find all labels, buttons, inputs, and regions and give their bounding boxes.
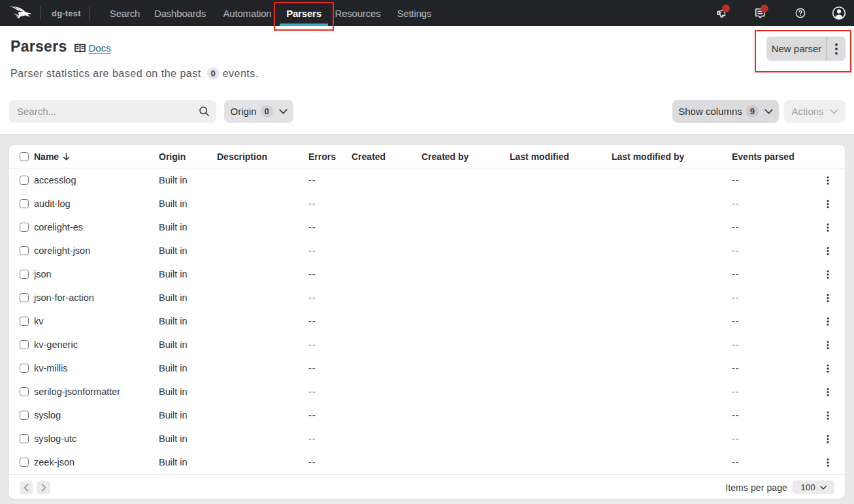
row-checkbox[interactable]	[20, 270, 29, 279]
checkbox-cell	[20, 152, 34, 161]
nav-tab-settings[interactable]: Settings	[389, 0, 439, 26]
cell-errors: --	[308, 457, 352, 467]
column-header-last-modified[interactable]: Last modified	[510, 151, 612, 162]
nav-tab-label: Resources	[335, 8, 381, 19]
row-menu-icon[interactable]	[819, 242, 837, 260]
cell-name: corelight-es	[34, 222, 159, 232]
checkbox-cell	[20, 270, 34, 279]
cell-errors: --	[308, 245, 352, 256]
page-header: Parsers Docs	[10, 38, 111, 55]
help-icon[interactable]	[793, 5, 808, 21]
page-size-select[interactable]: 100	[793, 480, 834, 494]
navbar-divider	[90, 6, 90, 20]
table-row[interactable]: syslog-utc Built in -- --	[9, 427, 845, 450]
actions-button[interactable]: Actions	[784, 100, 846, 123]
row-checkbox[interactable]	[20, 246, 29, 255]
row-menu-icon[interactable]	[819, 383, 837, 401]
row-menu-icon[interactable]	[819, 453, 837, 471]
table-row[interactable]: json Built in -- --	[9, 262, 845, 286]
actions-label: Actions	[791, 106, 823, 117]
search-input[interactable]	[9, 106, 199, 117]
checkbox-cell	[20, 387, 34, 396]
row-menu-icon[interactable]	[819, 430, 837, 448]
crowdstrike-falcon-logo-icon[interactable]	[9, 6, 31, 21]
checkbox-cell	[20, 293, 34, 302]
docs-link[interactable]: Docs	[89, 42, 111, 54]
chevron-down-icon	[820, 486, 827, 490]
column-header-description[interactable]: Description	[217, 151, 308, 162]
notification-dot	[722, 5, 730, 12]
row-checkbox[interactable]	[20, 411, 29, 420]
row-menu-icon[interactable]	[819, 359, 837, 377]
column-header-created[interactable]: Created	[352, 151, 421, 162]
chevron-down-icon	[279, 109, 287, 114]
row-menu-icon[interactable]	[819, 289, 837, 307]
table-row[interactable]: corelight-es Built in -- --	[9, 215, 845, 239]
notification-dot	[761, 5, 768, 12]
row-menu-icon[interactable]	[819, 336, 837, 354]
row-checkbox[interactable]	[20, 223, 29, 232]
account-icon[interactable]	[831, 5, 847, 21]
table-row[interactable]: kv-generic Built in -- --	[9, 333, 845, 356]
row-checkbox[interactable]	[20, 293, 29, 302]
new-parser-menu-button[interactable]	[827, 37, 846, 61]
row-checkbox[interactable]	[20, 176, 29, 185]
select-all-checkbox[interactable]	[20, 152, 29, 161]
checkbox-cell	[20, 317, 34, 326]
cell-name: kv	[34, 316, 159, 326]
nav-tab-parsers[interactable]: Parsers	[280, 0, 328, 26]
cell-origin: Built in	[159, 292, 217, 303]
row-checkbox[interactable]	[20, 317, 29, 326]
previous-page-button[interactable]	[20, 481, 33, 494]
checkbox-cell	[20, 223, 34, 232]
nav-tab-automation[interactable]: Automation	[215, 0, 280, 26]
row-checkbox[interactable]	[20, 364, 29, 373]
row-menu-icon[interactable]	[819, 171, 837, 189]
show-columns-button[interactable]: Show columns 9	[672, 100, 779, 123]
row-menu-icon[interactable]	[819, 265, 837, 283]
feedback-icon[interactable]	[752, 5, 768, 21]
column-header-errors[interactable]: Errors	[308, 151, 352, 162]
column-header-origin[interactable]: Origin	[159, 151, 217, 162]
table-row[interactable]: accesslog Built in -- --	[9, 168, 845, 192]
row-checkbox[interactable]	[20, 458, 29, 467]
table-row[interactable]: syslog Built in -- --	[9, 403, 845, 427]
table-row[interactable]: kv-millis Built in -- --	[9, 356, 845, 380]
row-checkbox[interactable]	[20, 199, 29, 208]
cell-origin: Built in	[159, 386, 217, 397]
row-checkbox[interactable]	[20, 387, 29, 396]
table-row[interactable]: corelight-json Built in -- --	[9, 239, 845, 262]
row-menu-icon[interactable]	[819, 406, 837, 424]
sort-desc-icon[interactable]	[63, 153, 70, 161]
show-columns-label: Show columns	[678, 106, 742, 117]
nav-tab-dashboards[interactable]: Dashboards	[147, 0, 213, 26]
cell-name: corelight-json	[34, 245, 159, 256]
row-menu-icon[interactable]	[819, 195, 837, 213]
row-menu-cell	[813, 312, 845, 330]
new-parser-button[interactable]: New parser	[766, 37, 827, 61]
announcements-icon[interactable]	[714, 5, 729, 21]
column-header-events-parsed[interactable]: Events parsed	[732, 151, 813, 162]
next-page-button[interactable]	[37, 481, 50, 494]
nav-tab-search[interactable]: Search	[103, 0, 146, 26]
row-checkbox[interactable]	[20, 340, 29, 349]
table-row[interactable]: audit-log Built in -- --	[9, 192, 845, 215]
cell-errors: --	[308, 175, 352, 185]
origin-filter-button[interactable]: Origin 0	[224, 100, 293, 123]
table-row[interactable]: serilog-jsonformatter Built in -- --	[9, 380, 845, 403]
table-row[interactable]: kv Built in -- --	[9, 309, 845, 333]
column-header-created-by[interactable]: Created by	[421, 151, 510, 162]
nav-tab-resources[interactable]: Resources	[328, 0, 387, 26]
org-name[interactable]: dg-test	[52, 0, 81, 26]
search-icon[interactable]	[199, 106, 210, 117]
cell-name: accesslog	[34, 175, 159, 185]
table-row[interactable]: zeek-json Built in -- --	[9, 450, 845, 474]
row-menu-icon[interactable]	[819, 218, 837, 236]
column-header-name[interactable]: Name	[34, 151, 59, 162]
table-row[interactable]: json-for-action Built in -- --	[9, 286, 845, 309]
cell-name: kv-millis	[34, 363, 159, 373]
origin-count-badge: 0	[261, 105, 273, 118]
row-checkbox[interactable]	[20, 434, 29, 443]
row-menu-icon[interactable]	[819, 312, 837, 330]
column-header-last-modified-by[interactable]: Last modified by	[612, 151, 732, 162]
